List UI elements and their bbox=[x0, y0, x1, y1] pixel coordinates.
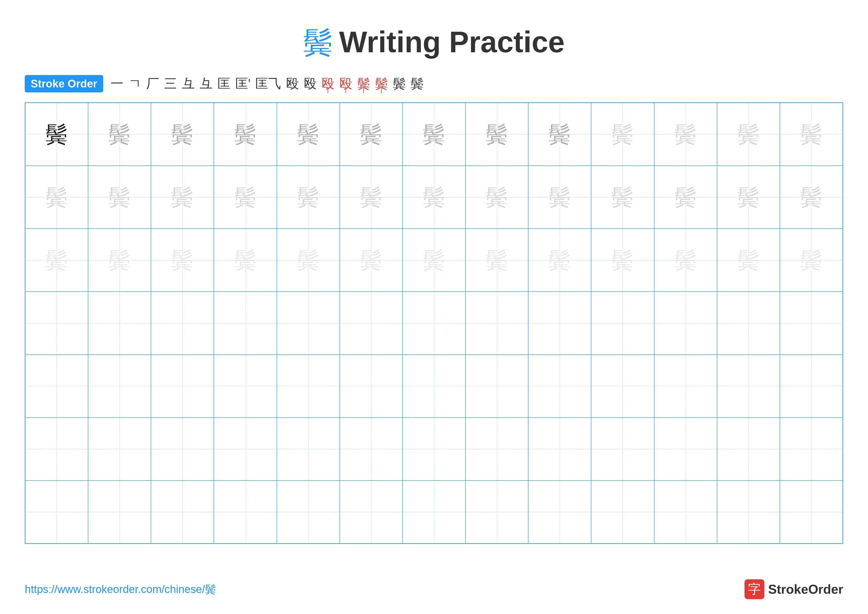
char-r2c2: 鬓 bbox=[108, 186, 131, 208]
grid-cell-r6c6[interactable] bbox=[340, 418, 403, 480]
grid-cell-r6c11[interactable] bbox=[654, 418, 717, 480]
char-r1c4: 鬓 bbox=[234, 123, 257, 145]
grid-cell-r2c9: 鬓 bbox=[528, 166, 591, 229]
grid-cell-r4c3[interactable] bbox=[151, 292, 214, 354]
grid-cell-r7c3[interactable] bbox=[151, 480, 214, 543]
grid-cell-r6c3[interactable] bbox=[151, 418, 214, 480]
grid-cell-r7c6[interactable] bbox=[340, 480, 403, 543]
logo-icon: 字 bbox=[744, 579, 764, 599]
grid-cell-r4c11[interactable] bbox=[654, 292, 717, 354]
grid-cell-r4c6[interactable] bbox=[340, 292, 403, 354]
grid-cell-r2c11: 鬓 bbox=[654, 166, 717, 229]
char-r1c2: 鬓 bbox=[108, 123, 131, 145]
footer-url[interactable]: https://www.strokeorder.com/chinese/鬓 bbox=[25, 582, 216, 597]
grid-cell-r5c7[interactable] bbox=[403, 355, 465, 418]
grid-cell-r5c13[interactable] bbox=[780, 355, 843, 418]
grid-cell-r1c11: 鬓 bbox=[654, 103, 717, 166]
char-r2c3: 鬓 bbox=[171, 186, 194, 208]
stroke-step-10: 殴 bbox=[286, 75, 299, 92]
grid-cell-r5c12[interactable] bbox=[717, 355, 780, 418]
char-r1c6: 鬓 bbox=[360, 123, 382, 145]
grid-cell-r4c9[interactable] bbox=[528, 292, 591, 354]
grid-cell-r2c10: 鬓 bbox=[591, 166, 654, 229]
grid-cell-r7c9[interactable] bbox=[528, 480, 591, 543]
char-r3c9: 鬓 bbox=[549, 249, 571, 271]
stroke-step-11: 殴 bbox=[304, 75, 317, 92]
char-r1c12: 鬓 bbox=[737, 123, 760, 145]
char-r1c9: 鬓 bbox=[549, 123, 571, 145]
grid-cell-r7c12[interactable] bbox=[717, 480, 780, 543]
grid-cell-r7c2[interactable] bbox=[88, 480, 151, 543]
grid-cell-r7c5[interactable] bbox=[277, 480, 340, 543]
grid-cell-r1c4: 鬓 bbox=[214, 103, 277, 166]
grid-cell-r4c1[interactable] bbox=[25, 292, 88, 354]
grid-cell-r7c1[interactable] bbox=[25, 480, 88, 543]
grid-cell-r4c10[interactable] bbox=[591, 292, 654, 354]
grid-cell-r6c10[interactable] bbox=[591, 418, 654, 480]
char-r3c2: 鬓 bbox=[108, 249, 131, 271]
grid-cell-r1c3: 鬓 bbox=[151, 103, 214, 166]
char-r1c8: 鬓 bbox=[486, 123, 508, 145]
grid-cell-r2c3: 鬓 bbox=[151, 166, 214, 229]
grid-cell-r4c13[interactable] bbox=[780, 292, 843, 354]
stroke-step-14: 鬓 bbox=[357, 75, 370, 92]
logo-text: StrokeOrder bbox=[768, 582, 843, 597]
stroke-step-8: 匡' bbox=[235, 75, 250, 92]
grid-cell-r6c9[interactable] bbox=[528, 418, 591, 480]
grid-cell-r4c12[interactable] bbox=[717, 292, 780, 354]
grid-cell-r7c13[interactable] bbox=[780, 480, 843, 543]
char-r2c1: 鬓 bbox=[45, 186, 68, 208]
grid-cell-r5c10[interactable] bbox=[591, 355, 654, 418]
grid-cell-r6c5[interactable] bbox=[277, 418, 340, 480]
stroke-step-15: 鬓 bbox=[375, 75, 388, 92]
grid-cell-r5c5[interactable] bbox=[277, 355, 340, 418]
grid-cell-r6c12[interactable] bbox=[717, 418, 780, 480]
char-r3c1: 鬓 bbox=[45, 249, 68, 271]
page-content: 鬓 Writing Practice Stroke Order 一 ㄱ 厂 三 … bbox=[0, 0, 868, 559]
grid-cell-r1c9: 鬓 bbox=[528, 103, 591, 166]
grid-cell-r4c4[interactable] bbox=[214, 292, 277, 354]
grid-cell-r4c5[interactable] bbox=[277, 292, 340, 354]
grid-cell-r5c8[interactable] bbox=[465, 355, 528, 418]
grid-cell-r5c9[interactable] bbox=[528, 355, 591, 418]
grid-cell-r1c10: 鬓 bbox=[591, 103, 654, 166]
grid-cell-r6c7[interactable] bbox=[403, 418, 465, 480]
grid-cell-r5c11[interactable] bbox=[654, 355, 717, 418]
grid-cell-r7c4[interactable] bbox=[214, 480, 277, 543]
char-r2c13: 鬓 bbox=[800, 186, 823, 208]
grid-cell-r6c1[interactable] bbox=[25, 418, 88, 480]
grid-cell-r2c8: 鬓 bbox=[465, 166, 528, 229]
stroke-step-5: 彑 bbox=[182, 75, 195, 92]
grid-cell-r2c12: 鬓 bbox=[717, 166, 780, 229]
grid-cell-r7c10[interactable] bbox=[591, 480, 654, 543]
grid-cell-r6c4[interactable] bbox=[214, 418, 277, 480]
grid-cell-r5c6[interactable] bbox=[340, 355, 403, 418]
grid-cell-r2c4: 鬓 bbox=[214, 166, 277, 229]
grid-cell-r6c8[interactable] bbox=[465, 418, 528, 480]
grid-cell-r7c11[interactable] bbox=[654, 480, 717, 543]
grid-cell-r5c2[interactable] bbox=[88, 355, 151, 418]
char-r2c12: 鬓 bbox=[737, 186, 760, 208]
grid-cell-r5c3[interactable] bbox=[151, 355, 214, 418]
grid-cell-r3c6: 鬓 bbox=[340, 229, 403, 292]
grid-cell-r3c3: 鬓 bbox=[151, 229, 214, 292]
grid-cell-r3c12: 鬓 bbox=[717, 229, 780, 292]
title-text: Writing Practice bbox=[339, 25, 565, 59]
grid-cell-r6c13[interactable] bbox=[780, 418, 843, 480]
char-r1c5: 鬓 bbox=[297, 123, 319, 145]
grid-cell-r6c2[interactable] bbox=[88, 418, 151, 480]
char-r1c10: 鬓 bbox=[611, 123, 634, 145]
grid-cell-r4c8[interactable] bbox=[465, 292, 528, 354]
stroke-step-2: ㄱ bbox=[129, 75, 141, 92]
char-r3c5: 鬓 bbox=[297, 249, 319, 271]
stroke-step-17: 鬓 bbox=[411, 75, 424, 92]
grid-cell-r7c8[interactable] bbox=[465, 480, 528, 543]
grid-cell-r5c4[interactable] bbox=[214, 355, 277, 418]
char-r3c6: 鬓 bbox=[360, 249, 382, 271]
grid-cell-r4c7[interactable] bbox=[403, 292, 465, 354]
grid-cell-r5c1[interactable] bbox=[25, 355, 88, 418]
grid-cell-r4c2[interactable] bbox=[88, 292, 151, 354]
char-r1c13: 鬓 bbox=[800, 123, 823, 145]
grid-cell-r7c7[interactable] bbox=[403, 480, 465, 543]
grid-cell-r3c7: 鬓 bbox=[403, 229, 465, 292]
